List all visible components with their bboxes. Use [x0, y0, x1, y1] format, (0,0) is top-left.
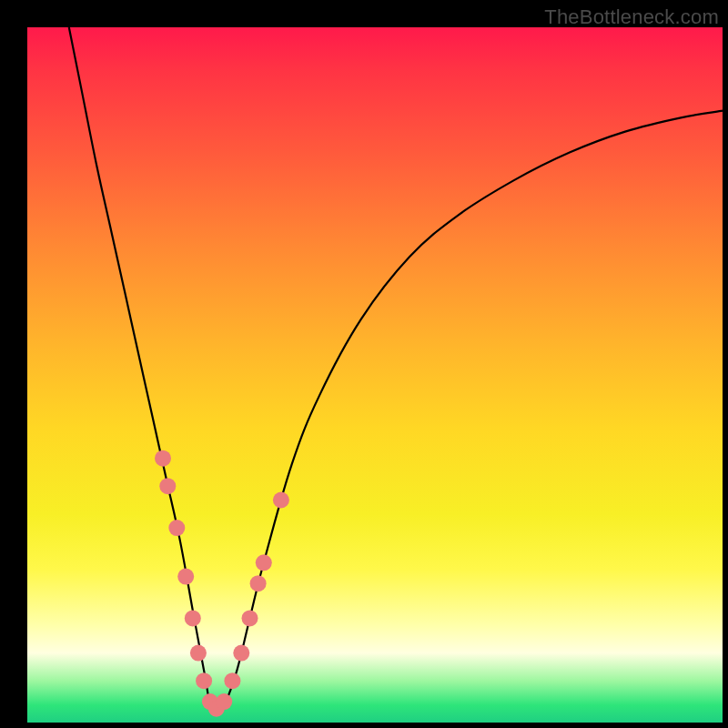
data-marker	[233, 645, 249, 662]
data-marker	[224, 672, 240, 689]
chart-svg	[27, 27, 723, 723]
curve-markers	[155, 450, 289, 717]
data-marker	[168, 520, 185, 536]
data-marker	[256, 554, 272, 571]
data-marker	[242, 610, 258, 626]
plot-area	[27, 27, 723, 723]
bottleneck-curve	[69, 27, 723, 713]
data-marker	[177, 569, 194, 585]
data-marker	[196, 672, 212, 689]
data-marker	[159, 478, 176, 494]
chart-frame: TheBottleneck.com	[0, 0, 728, 728]
data-marker	[155, 450, 171, 467]
data-marker	[273, 492, 289, 509]
data-marker	[216, 693, 232, 710]
data-marker	[250, 575, 267, 592]
data-marker	[185, 610, 201, 626]
watermark-text: TheBottleneck.com	[544, 5, 719, 29]
data-marker	[190, 645, 207, 662]
